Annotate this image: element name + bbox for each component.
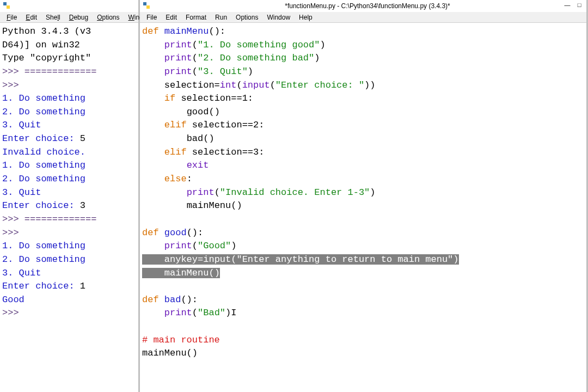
shell-content[interactable]: Python 3.4.3 (v3 D64)] on win32 Type "co… [0,23,138,392]
sel2: selection==2: [187,120,265,130]
fn-mainMenu: mainMenu [164,26,209,36]
int: int [220,80,237,90]
good-call: good() [187,107,220,117]
maximize-button[interactable]: □ [574,1,584,9]
str1: "1. Do something good" [198,40,320,50]
editor-content[interactable]: def mainMenu(): print("1. Do something g… [140,23,586,392]
str2: "2. Do something bad" [198,53,314,63]
print: print [164,308,192,318]
shell-enter-b-val: 3 [80,200,85,211]
fn-good: good [164,228,187,238]
comment-main: # main routine [142,335,220,345]
shell-out-2a: 2. Do something [2,107,85,117]
print: print [164,40,192,50]
shell-menu-edit[interactable]: Edit [21,13,41,22]
editor-menu-edit[interactable]: Edit [161,13,181,22]
kw-elif: elif [164,120,187,130]
editor-menu-run[interactable]: Run [211,13,231,22]
shell-out-2c: 2. Do something [2,254,85,265]
shell-header3: Type "copyright" [2,53,91,63]
editor-menu-options[interactable]: Options [231,13,262,22]
shell-prompt3: >>> [2,308,24,318]
shell-out-3b: 3. Quit [2,187,41,198]
python-icon [142,1,151,11]
str-anykey: "Enter anything to return to main menu" [236,254,453,265]
shell-out-3a: 3. Quit [2,120,41,130]
shell-menu-debug[interactable]: Debug [65,13,93,22]
fn-bad: bad [164,295,181,305]
python-icon [2,1,11,11]
editor-menu-window[interactable]: Window [262,13,295,22]
shell-out-3c: 3. Quit [2,268,41,278]
shell-out-2b: 2. Do something [2,174,85,184]
shell-menubar: File Edit Shell Debug Options Window [0,12,138,23]
anykey-pre: anykey= [164,254,203,265]
editor-menu-file[interactable]: File [142,13,161,22]
print: print [164,53,192,63]
str-enter: "Enter choice: " [275,80,364,90]
shell-titlebar [0,0,138,12]
shell-good: Good [2,295,24,305]
bad-call: bad() [187,133,215,144]
shell-enter-a: Enter choice: [2,133,80,144]
sel1: selection==1: [175,93,253,103]
kw-def: def [142,295,159,305]
shell-out-1b: 1. Do something [2,160,85,170]
shell-enter-a-val: 5 [80,133,85,144]
shell-header1: Python 3.4.3 (v3 [2,26,91,36]
kw-elif: elif [164,147,187,157]
editor-menubar: File Edit Format Run Options Window Help [140,12,586,23]
svg-rect-2 [143,2,146,5]
svg-rect-3 [146,5,150,9]
kw-def: def [142,26,159,36]
editor-title: *functionMenu.py - C:\Python34\functionM… [151,2,584,10]
print: print [164,66,192,77]
exit: exit [187,160,209,170]
shell-enter-c: Enter choice: [2,281,80,291]
shell-sep1: >>> ============= [2,66,96,77]
print: print [164,241,192,251]
input: input [242,80,270,90]
shell-out-1c: 1. Do something [2,241,85,251]
kw-else: else [164,174,187,184]
shell-enter-c-val: 1 [80,281,85,291]
kw-def: def [142,228,159,238]
editor-titlebar: *functionMenu.py - C:\Python34\functionM… [140,0,586,12]
text-cursor: I [231,308,236,318]
shell-sep2: >>> ============= [2,214,96,224]
mainMenu-call3: mainMenu() [142,348,198,358]
str3: "3. Quit" [198,66,248,77]
shell-prompt2: >>> [2,228,24,238]
shell-menu-options[interactable]: Options [93,13,124,22]
editor-menu-help[interactable]: Help [295,13,317,22]
mainMenu-call2: mainMenu() [164,268,220,278]
svg-rect-1 [7,5,10,9]
shell-menu-file[interactable]: File [2,13,21,22]
str-good: "Good" [198,241,231,251]
selected-text: anykey=input("Enter anything to return t… [142,254,459,278]
mainMenu-call: mainMenu() [187,200,242,211]
shell-enter-b: Enter choice: [2,200,80,211]
str-invalid: "Invalid choice. Enter 1-3" [220,187,370,198]
print: print [187,187,215,198]
shell-header2: D64)] on win32 [2,40,80,50]
shell-prompt1: >>> [2,80,24,90]
sel-assign: selection= [142,80,220,90]
shell-out-1a: 1. Do something [2,93,85,103]
editor-menu-format[interactable]: Format [181,13,211,22]
sel3: selection==3: [187,147,265,157]
minimize-button[interactable]: — [562,1,572,9]
shell-menu-shell[interactable]: Shell [41,13,65,22]
str-bad: "Bad" [198,308,225,318]
input: input [203,254,231,265]
kw-if: if [164,93,175,103]
shell-invalid: Invalid choice. [2,147,85,157]
svg-rect-0 [3,2,7,5]
